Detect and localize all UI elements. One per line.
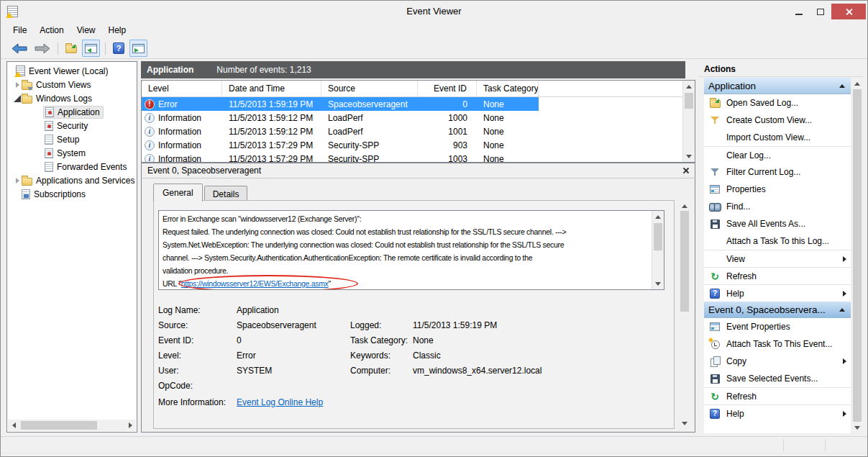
- open-folder-icon: [710, 100, 721, 108]
- table-row[interactable]: iInformation 11/5/2013 1:59:12 PM LoadPe…: [142, 111, 539, 125]
- action-view[interactable]: View: [704, 250, 851, 267]
- action-help-event[interactable]: ? Help: [704, 404, 851, 422]
- scroll-left-arrow[interactable]: [8, 420, 19, 431]
- menu-file[interactable]: File: [6, 22, 33, 38]
- scroll-up-arrow[interactable]: [652, 211, 664, 222]
- tree-item-custom-views[interactable]: Custom Views: [7, 78, 137, 91]
- detail-pane-scrollbar[interactable]: [680, 200, 690, 429]
- tree-item-application[interactable]: Application: [7, 105, 137, 119]
- column-header-event-id[interactable]: Event ID: [418, 81, 477, 96]
- table-row[interactable]: iInformation 11/5/2013 1:57:29 PM Securi…: [142, 138, 539, 152]
- scroll-down-arrow[interactable]: [652, 278, 664, 289]
- scroll-right-arrow[interactable]: [124, 420, 136, 431]
- tree-item-system[interactable]: System: [7, 146, 137, 160]
- tree-horizontal-scrollbar[interactable]: [8, 420, 136, 431]
- menu-action[interactable]: Action: [33, 22, 70, 38]
- tree-item-event-viewer-local[interactable]: Event Viewer (Local): [7, 64, 137, 78]
- close-button[interactable]: [831, 4, 866, 19]
- event-viewer-icon: [16, 65, 25, 76]
- menu-help[interactable]: Help: [102, 22, 133, 38]
- expander-expanded-icon[interactable]: [13, 95, 22, 102]
- minimize-button[interactable]: [788, 4, 810, 19]
- actions-section-event[interactable]: Event 0, Spaceobservera...: [704, 302, 851, 318]
- action-open-saved-log[interactable]: Open Saved Log...: [704, 94, 851, 112]
- field-value-log-name: Application: [237, 305, 350, 315]
- tab-general[interactable]: General: [153, 184, 203, 202]
- message-url-line: URL "https://windowsserver12/EWS/Exchang…: [163, 277, 647, 290]
- message-line: Error in Exchange scan "windowsserver12 …: [163, 212, 647, 225]
- custom-views-folder-icon: [22, 82, 32, 90]
- action-attach-task-to-event[interactable]: Attach Task To This Event...: [704, 335, 851, 353]
- scrollbar-thumb[interactable]: [21, 421, 97, 430]
- close-detail-icon[interactable]: [682, 167, 689, 174]
- back-button[interactable]: [9, 40, 29, 57]
- message-line: validation procedure.: [163, 264, 647, 277]
- collapse-section-icon[interactable]: [839, 308, 845, 312]
- tree-item-security[interactable]: Security: [7, 119, 137, 132]
- action-create-custom-view[interactable]: Create Custom View...: [704, 112, 851, 129]
- column-header-source[interactable]: Source: [321, 81, 418, 96]
- scrollbar-thumb[interactable]: [685, 93, 693, 109]
- field-label: User:: [158, 366, 237, 376]
- column-header-level[interactable]: Level: [142, 81, 222, 96]
- field-label: More Information:: [158, 397, 237, 407]
- field-label: Logged:: [350, 320, 413, 330]
- toolbar: ?: [1, 38, 867, 59]
- maximize-button[interactable]: [810, 4, 831, 19]
- toggle-console-tree-button[interactable]: [82, 40, 100, 57]
- action-refresh[interactable]: ↻ Refresh: [704, 267, 851, 284]
- action-import-custom-view[interactable]: Import Custom View...: [704, 129, 851, 146]
- action-filter-current-log[interactable]: Filter Current Log...: [704, 163, 851, 181]
- scrollbar-thumb[interactable]: [853, 89, 862, 422]
- console-tree-panel: Event Viewer (Local) Custom Views Window…: [6, 61, 137, 433]
- exchange-url-link[interactable]: https://windowsserver12/EWS/Exchange.asm…: [181, 279, 329, 288]
- action-pane-icon: [132, 44, 145, 53]
- scrollbar-thumb[interactable]: [654, 223, 662, 250]
- scrollbar-thumb[interactable]: [680, 211, 689, 312]
- action-save-all-events-as[interactable]: Save All Events As...: [704, 215, 851, 232]
- system-log-icon: [45, 148, 53, 158]
- expander-collapsed-icon[interactable]: [13, 178, 22, 184]
- expander-collapsed-icon[interactable]: [13, 82, 22, 88]
- actions-section-application[interactable]: Application: [704, 78, 851, 94]
- column-header-task-category[interactable]: Task Category: [477, 81, 539, 96]
- save-icon: [711, 220, 720, 229]
- help-button[interactable]: ?: [111, 40, 127, 57]
- action-properties[interactable]: Properties: [704, 181, 851, 198]
- event-list-scrollbar[interactable]: [682, 81, 695, 162]
- action-save-selected-events[interactable]: Save Selected Events...: [704, 370, 851, 387]
- action-find[interactable]: Find...: [704, 198, 851, 215]
- action-copy[interactable]: Copy: [704, 353, 851, 370]
- action-clear-log[interactable]: Clear Log...: [704, 146, 851, 163]
- scroll-down-arrow[interactable]: [683, 150, 695, 162]
- table-row[interactable]: !Error 11/5/2013 1:59:19 PM Spaceobserve…: [142, 97, 539, 111]
- action-help[interactable]: ? Help: [704, 284, 851, 302]
- message-scrollbar[interactable]: [652, 211, 664, 289]
- tree-item-setup[interactable]: Setup: [7, 132, 137, 146]
- tree-item-windows-logs[interactable]: Windows Logs: [7, 91, 137, 105]
- actions-panel: Application Open Saved Log... Create Cus…: [704, 78, 851, 433]
- event-log-online-help-link[interactable]: Event Log Online Help: [237, 397, 323, 407]
- action-attach-task-to-log[interactable]: Attach a Task To this Log...: [704, 232, 851, 250]
- event-viewer-window: Event Viewer File Action View Help ? Eve…: [0, 0, 868, 457]
- export-log-button[interactable]: [63, 40, 79, 57]
- scroll-down-arrow[interactable]: [851, 422, 863, 433]
- menu-view[interactable]: View: [70, 22, 102, 38]
- collapse-section-icon[interactable]: [839, 84, 845, 88]
- status-bottom-line: [1, 453, 867, 453]
- scroll-down-arrow[interactable]: [680, 417, 690, 429]
- table-row[interactable]: iInformation 11/5/2013 1:59:12 PM LoadPe…: [142, 125, 539, 138]
- scroll-up-arrow[interactable]: [851, 78, 863, 89]
- toggle-action-pane-button[interactable]: [129, 40, 147, 57]
- forward-button[interactable]: [32, 40, 52, 57]
- tree-item-forwarded-events[interactable]: Forwarded Events: [7, 160, 137, 173]
- action-refresh-event[interactable]: ↻ Refresh: [704, 387, 851, 404]
- scroll-up-arrow[interactable]: [680, 200, 690, 212]
- scroll-up-arrow[interactable]: [683, 81, 695, 92]
- tree-item-subscriptions[interactable]: Subscriptions: [7, 187, 137, 201]
- column-header-date[interactable]: Date and Time: [222, 81, 321, 96]
- table-row-partial[interactable]: iInformation 11/5/2013 1:57:29 PM Securi…: [142, 152, 539, 163]
- actions-panel-scrollbar[interactable]: [851, 78, 863, 433]
- action-event-properties[interactable]: Event Properties: [704, 318, 851, 335]
- tree-item-applications-and-services[interactable]: Applications and Services: [7, 173, 137, 187]
